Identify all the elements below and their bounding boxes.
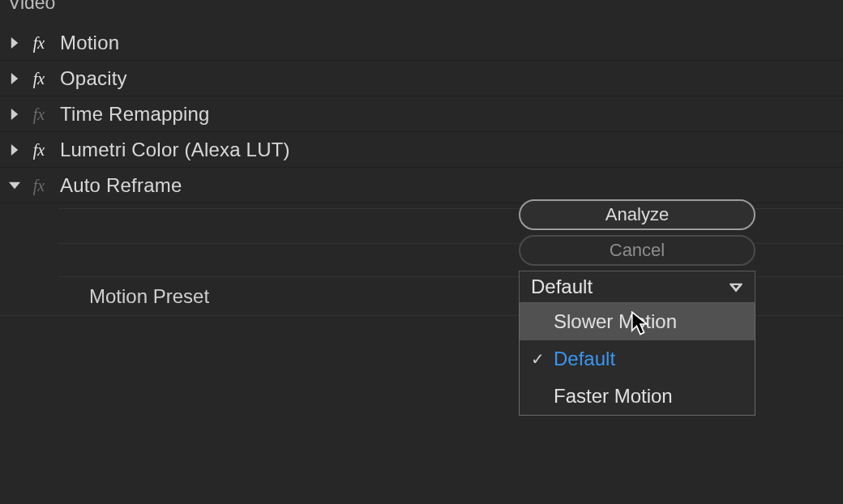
fx-toggle-icon[interactable]: fx (26, 34, 52, 52)
fx-toggle-icon[interactable]: fx (26, 177, 52, 194)
cancel-button: Cancel (519, 235, 755, 266)
chevron-right-icon[interactable] (5, 144, 24, 156)
dropdown-item-label: Slower Motion (554, 310, 677, 333)
effect-row-motion[interactable]: fx Motion (0, 25, 843, 61)
dropdown-item-label: Faster Motion (554, 385, 673, 408)
fx-toggle-icon[interactable]: fx (26, 141, 52, 159)
dropdown-item-label: Default (554, 348, 615, 370)
auto-reframe-controls: Analyze Cancel Default Slower Motion ✓ D… (519, 199, 755, 416)
dropdown-item-slower[interactable]: Slower Motion (520, 303, 755, 340)
section-header-video: Video (0, 0, 843, 19)
chevron-right-icon[interactable] (5, 73, 24, 84)
effect-controls-panel: Video fx Motion fx Opacity fx Time Remap… (0, 0, 843, 504)
effect-row-auto-reframe[interactable]: fx Auto Reframe (0, 168, 843, 203)
fx-toggle-icon[interactable]: fx (26, 105, 52, 123)
button-label: Cancel (610, 240, 665, 261)
effect-name: Motion (60, 32, 119, 54)
fx-toggle-icon[interactable]: fx (26, 70, 52, 88)
param-label: Motion Preset (58, 285, 496, 308)
section-title: Video (8, 0, 55, 13)
effect-row-lumetri[interactable]: fx Lumetri Color (Alexa LUT) (0, 132, 843, 168)
dropdown-item-default[interactable]: ✓ Default (520, 340, 755, 378)
motion-preset-select[interactable]: Default (519, 271, 755, 303)
effect-name: Time Remapping (60, 103, 210, 126)
chevron-right-icon[interactable] (5, 37, 24, 49)
dropdown-item-faster[interactable]: Faster Motion (520, 378, 755, 415)
select-value: Default (531, 275, 593, 298)
effect-name: Lumetri Color (Alexa LUT) (60, 139, 290, 161)
effect-row-time-remapping[interactable]: fx Time Remapping (0, 96, 843, 132)
chevron-right-icon[interactable] (5, 109, 24, 120)
check-icon: ✓ (531, 349, 554, 369)
motion-preset-dropdown: Slower Motion ✓ Default Faster Motion (519, 303, 755, 416)
analyze-button[interactable]: Analyze (519, 199, 755, 230)
chevron-down-icon (729, 280, 743, 294)
button-label: Analyze (606, 204, 669, 225)
effect-name: Auto Reframe (60, 174, 182, 197)
chevron-down-icon[interactable] (5, 180, 24, 191)
effect-row-opacity[interactable]: fx Opacity (0, 61, 843, 96)
effect-name: Opacity (60, 67, 127, 90)
